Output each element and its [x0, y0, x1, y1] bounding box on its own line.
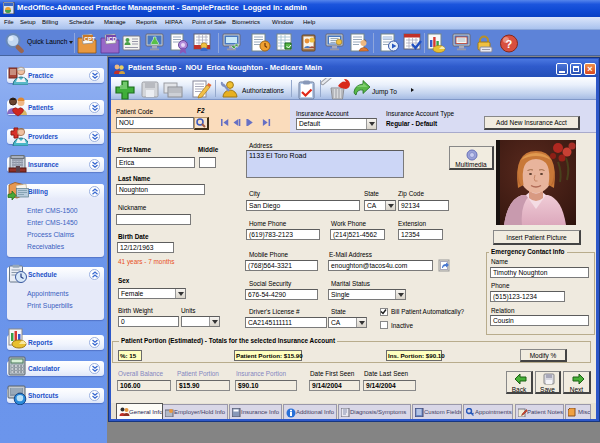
svg-text:ICD: ICD	[107, 36, 117, 42]
svg-text:CPT: CPT	[84, 36, 96, 42]
svg-text:?: ?	[506, 38, 513, 50]
